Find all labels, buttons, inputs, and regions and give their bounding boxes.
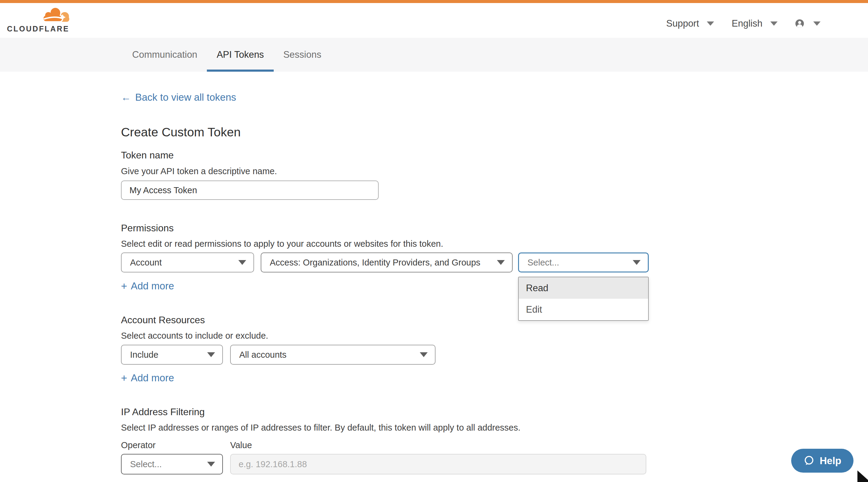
- permission-level-menu: Read Edit: [518, 277, 649, 321]
- chevron-down-icon: [770, 22, 778, 26]
- chevron-down-icon: [238, 260, 246, 265]
- chevron-down-icon: [633, 260, 641, 265]
- help-button[interactable]: Help: [791, 449, 854, 473]
- header: CLOUDFLARE Support English: [0, 3, 868, 38]
- left-arrow-icon: ←: [121, 92, 131, 103]
- account-resources-scope-value: All accounts: [239, 350, 286, 360]
- permission-scope-select[interactable]: Access: Organizations, Identity Provider…: [261, 253, 513, 272]
- plus-icon: +: [121, 280, 127, 292]
- cloudflare-cloud-icon: [40, 6, 70, 22]
- chevron-down-icon: [707, 22, 714, 26]
- plus-icon: +: [121, 372, 127, 384]
- permission-level-placeholder: Select...: [527, 258, 559, 268]
- permission-scope-value: Access: Organizations, Identity Provider…: [270, 258, 480, 268]
- operator-label: Operator: [121, 440, 155, 450]
- chevron-down-icon: [207, 462, 215, 467]
- tab-communication[interactable]: Communication: [123, 38, 207, 72]
- ip-operator-select[interactable]: Select...: [121, 454, 223, 475]
- account-resources-heading: Account Resources: [121, 315, 205, 326]
- chevron-down-icon: [207, 352, 215, 357]
- chevron-down-icon: [497, 260, 505, 265]
- permission-type-select[interactable]: Account: [121, 253, 254, 272]
- token-name-heading: Token name: [121, 150, 174, 161]
- add-more-label: Add more: [131, 280, 174, 292]
- mouse-cursor: [857, 471, 868, 482]
- token-name-description: Give your API token a descriptive name.: [121, 166, 277, 176]
- tab-bar: Communication API Tokens Sessions: [0, 38, 868, 72]
- ip-value-input[interactable]: [230, 454, 646, 475]
- token-name-input[interactable]: [121, 181, 379, 200]
- tab-label: Sessions: [283, 49, 321, 60]
- support-menu[interactable]: Support: [666, 18, 714, 29]
- tab-api-tokens[interactable]: API Tokens: [207, 38, 273, 72]
- user-avatar-icon: [795, 19, 804, 28]
- language-menu[interactable]: English: [732, 18, 778, 29]
- permissions-add-more-link[interactable]: + Add more: [121, 280, 174, 292]
- permission-type-value: Account: [130, 258, 162, 268]
- account-resources-description: Select accounts to include or exclude.: [121, 331, 268, 341]
- chevron-down-icon: [813, 22, 820, 26]
- language-menu-label: English: [732, 18, 763, 29]
- permission-level-select[interactable]: Select...: [518, 253, 649, 272]
- account-menu[interactable]: [795, 19, 820, 28]
- ip-filtering-description: Select IP addresses or ranges of IP addr…: [121, 423, 521, 433]
- tab-label: API Tokens: [217, 49, 264, 60]
- top-navigation: Support English: [666, 6, 868, 41]
- back-to-tokens-link[interactable]: ← Back to view all tokens: [121, 92, 236, 103]
- chat-bubble-icon: [803, 455, 815, 467]
- tab-sessions[interactable]: Sessions: [274, 38, 331, 72]
- ip-operator-placeholder: Select...: [130, 459, 162, 469]
- account-resources-add-more-link[interactable]: + Add more: [121, 372, 174, 384]
- ip-filtering-heading: IP Address Filtering: [121, 407, 205, 418]
- support-menu-label: Support: [666, 18, 699, 29]
- help-button-label: Help: [819, 455, 841, 467]
- tab-label: Communication: [132, 49, 197, 60]
- account-resources-scope-select[interactable]: All accounts: [230, 345, 435, 365]
- value-label: Value: [230, 440, 252, 450]
- page-title: Create Custom Token: [121, 125, 241, 139]
- account-resources-mode-select[interactable]: Include: [121, 345, 223, 365]
- menu-option-read[interactable]: Read: [519, 277, 648, 299]
- brand-accent-bar: [0, 0, 868, 3]
- cloudflare-logo[interactable]: CLOUDFLARE: [7, 5, 70, 36]
- back-link-label: Back to view all tokens: [135, 92, 236, 103]
- permissions-description: Select edit or read permissions to apply…: [121, 239, 443, 249]
- cloudflare-wordmark: CLOUDFLARE: [7, 25, 69, 33]
- permissions-heading: Permissions: [121, 223, 174, 234]
- account-resources-mode-value: Include: [130, 350, 158, 360]
- add-more-label: Add more: [131, 372, 174, 384]
- chevron-down-icon: [420, 352, 428, 357]
- menu-option-edit[interactable]: Edit: [519, 299, 648, 320]
